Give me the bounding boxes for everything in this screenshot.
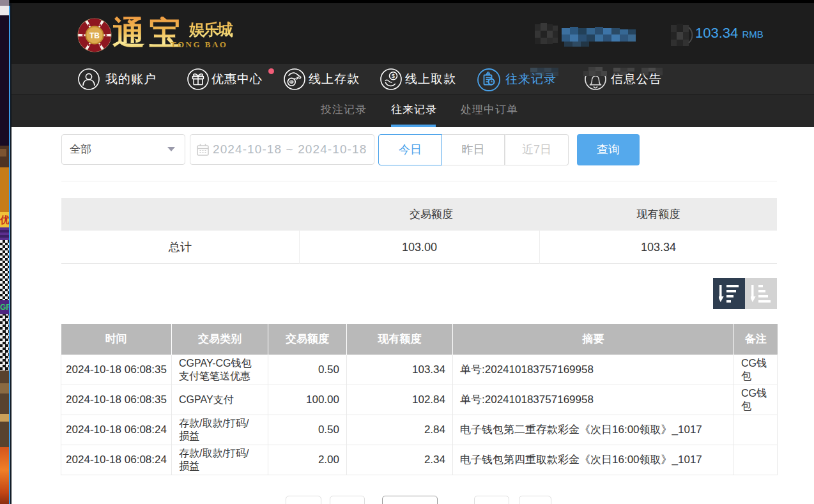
svg-text:TB: TB: [89, 31, 100, 40]
svg-text:$: $: [392, 72, 395, 79]
